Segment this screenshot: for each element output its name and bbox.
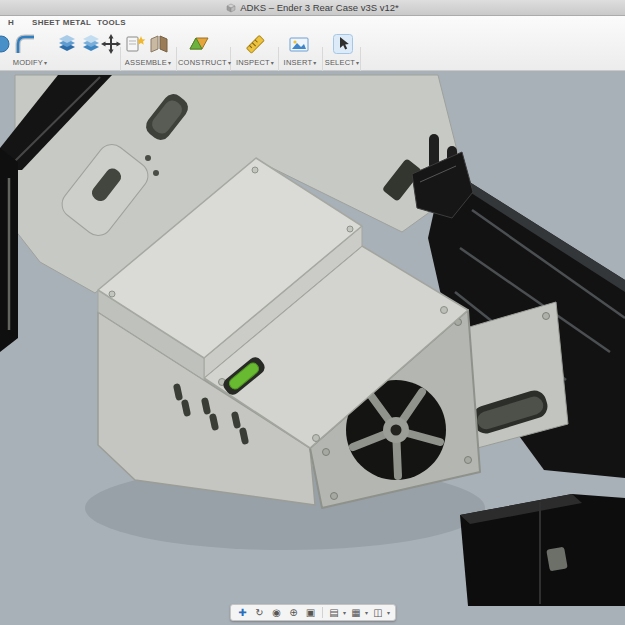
construct-plane-icon[interactable] — [188, 33, 210, 55]
viewports-icon: ◫ — [370, 605, 386, 620]
extrusion-bottom-right — [460, 494, 625, 606]
zoom-icon[interactable]: ⊕ — [286, 605, 302, 620]
select-cursor-icon[interactable] — [332, 33, 354, 55]
insert-image-icon[interactable] — [288, 33, 310, 55]
measure-icon[interactable] — [244, 33, 266, 55]
look-at-icon[interactable]: ◉ — [269, 605, 285, 620]
chevron-down-icon: ▾ — [343, 609, 346, 616]
tab-sheet-metal[interactable]: SHEET METAL — [32, 18, 91, 27]
construct-dropdown[interactable]: CONSTRUCT▾ — [178, 58, 230, 67]
viewports-menu[interactable]: ◫ ▾ — [370, 605, 391, 620]
chevron-down-icon: ▾ — [365, 609, 368, 616]
titlebar: ADKS – Ender 3 Rear Case v3S v12* — [0, 0, 625, 16]
display-settings-icon: ▤ — [326, 605, 342, 620]
sheet-stack-icon[interactable] — [56, 33, 78, 55]
panel-hole — [145, 155, 151, 161]
chevron-down-icon: ▾ — [387, 609, 390, 616]
tab-partial[interactable]: H — [8, 18, 14, 27]
toolbar-ribbon: H SHEET METAL TOOLS — [0, 16, 625, 71]
display-settings-menu[interactable]: ▤ ▾ — [326, 605, 347, 620]
grid-settings-icon: ▦ — [348, 605, 364, 620]
navbar-divider — [322, 607, 323, 618]
model-canvas[interactable] — [0, 71, 625, 625]
document-cube-icon — [226, 0, 236, 17]
tab-row: H SHEET METAL TOOLS — [0, 16, 625, 30]
orbit-icon[interactable]: ↻ — [252, 605, 268, 620]
select-dropdown[interactable]: SELECT▾ — [322, 58, 362, 67]
tab-tools[interactable]: TOOLS — [97, 18, 126, 27]
flange-stack-icon[interactable] — [80, 33, 102, 55]
viewport[interactable]: ✚ ↻ ◉ ⊕ ▣ ▤ ▾ ▦ ▾ ◫ ▾ — [0, 71, 625, 625]
pan-icon[interactable]: ✚ — [235, 605, 251, 620]
joint-icon[interactable] — [148, 33, 170, 55]
modify-dropdown[interactable]: MODIFY▾ — [2, 58, 58, 67]
view-navbar: ✚ ↻ ◉ ⊕ ▣ ▤ ▾ ▦ ▾ ◫ ▾ — [230, 604, 396, 621]
inspect-dropdown[interactable]: INSPECT▾ — [232, 58, 278, 67]
panel-hole — [153, 170, 159, 176]
new-component-icon[interactable] — [124, 33, 146, 55]
assemble-dropdown[interactable]: ASSEMBLE▾ — [118, 58, 178, 67]
grid-settings-menu[interactable]: ▦ ▾ — [348, 605, 369, 620]
move-icon[interactable] — [100, 33, 122, 55]
press-pull-icon[interactable] — [0, 33, 12, 55]
fit-icon[interactable]: ▣ — [303, 605, 319, 620]
insert-dropdown[interactable]: INSERT▾ — [280, 58, 320, 67]
toolbar-icons — [0, 30, 625, 58]
toolbar-labels: MODIFY▾ ASSEMBLE▾ CONSTRUCT▾ INSPECT▾ IN… — [0, 58, 625, 71]
fillet-icon[interactable] — [14, 33, 36, 55]
fusion-window: ADKS – Ender 3 Rear Case v3S v12* H SHEE… — [0, 0, 625, 625]
window-title: ADKS – Ender 3 Rear Case v3S v12* — [240, 2, 398, 13]
